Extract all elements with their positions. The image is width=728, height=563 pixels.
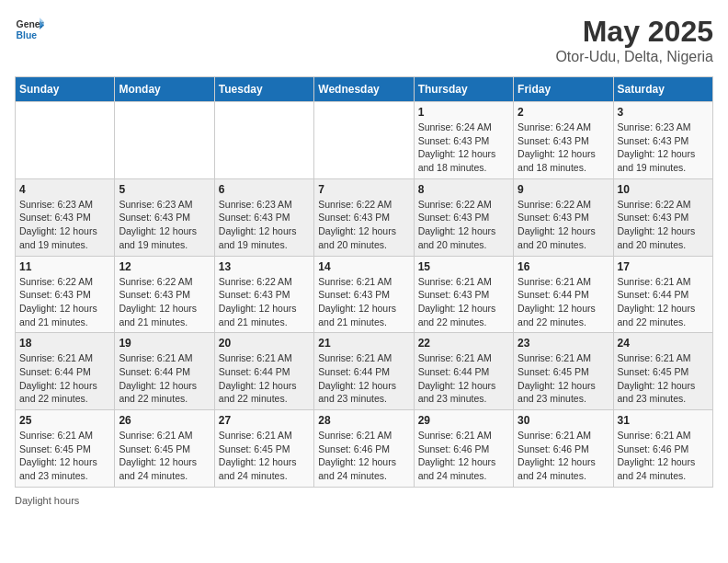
day-info: Sunrise: 6:22 AM Sunset: 6:43 PM Dayligh… bbox=[518, 198, 609, 252]
day-number: 22 bbox=[418, 337, 509, 350]
day-number: 24 bbox=[618, 337, 709, 350]
calendar-day: 12Sunrise: 6:22 AM Sunset: 6:43 PM Dayli… bbox=[115, 256, 214, 333]
calendar-day: 14Sunrise: 6:21 AM Sunset: 6:43 PM Dayli… bbox=[314, 256, 414, 333]
calendar-day: 31Sunrise: 6:21 AM Sunset: 6:46 PM Dayli… bbox=[613, 410, 712, 488]
calendar-day: 17Sunrise: 6:21 AM Sunset: 6:44 PM Dayli… bbox=[613, 256, 712, 333]
calendar-day: 29Sunrise: 6:21 AM Sunset: 6:46 PM Dayli… bbox=[414, 410, 513, 488]
calendar-day: 4Sunrise: 6:23 AM Sunset: 6:43 PM Daylig… bbox=[16, 178, 115, 256]
day-number: 11 bbox=[19, 260, 110, 273]
day-number: 16 bbox=[518, 260, 609, 273]
day-number: 29 bbox=[418, 414, 509, 427]
day-info: Sunrise: 6:22 AM Sunset: 6:43 PM Dayligh… bbox=[19, 275, 110, 329]
day-number: 19 bbox=[119, 337, 210, 350]
calendar-day: 25Sunrise: 6:21 AM Sunset: 6:45 PM Dayli… bbox=[16, 410, 115, 488]
day-number: 14 bbox=[318, 260, 409, 273]
weekday-header: Sunday bbox=[16, 77, 115, 102]
calendar-week: 1Sunrise: 6:24 AM Sunset: 6:43 PM Daylig… bbox=[16, 102, 713, 179]
calendar-day: 6Sunrise: 6:23 AM Sunset: 6:43 PM Daylig… bbox=[214, 178, 313, 256]
day-number: 8 bbox=[418, 183, 509, 196]
day-number: 10 bbox=[618, 183, 709, 196]
day-number: 15 bbox=[418, 260, 509, 273]
calendar-day: 13Sunrise: 6:22 AM Sunset: 6:43 PM Dayli… bbox=[214, 256, 313, 333]
day-info: Sunrise: 6:21 AM Sunset: 6:46 PM Dayligh… bbox=[418, 429, 509, 483]
day-info: Sunrise: 6:21 AM Sunset: 6:44 PM Dayligh… bbox=[618, 275, 709, 329]
daylight-label: Daylight hours bbox=[15, 495, 79, 506]
calendar-week: 4Sunrise: 6:23 AM Sunset: 6:43 PM Daylig… bbox=[16, 178, 713, 256]
logo-icon: General Blue bbox=[15, 15, 44, 44]
day-info: Sunrise: 6:21 AM Sunset: 6:43 PM Dayligh… bbox=[318, 275, 409, 329]
day-number: 17 bbox=[618, 260, 709, 273]
day-info: Sunrise: 6:21 AM Sunset: 6:45 PM Dayligh… bbox=[119, 429, 210, 483]
day-info: Sunrise: 6:21 AM Sunset: 6:43 PM Dayligh… bbox=[418, 275, 509, 329]
day-info: Sunrise: 6:22 AM Sunset: 6:43 PM Dayligh… bbox=[219, 275, 310, 329]
day-info: Sunrise: 6:23 AM Sunset: 6:43 PM Dayligh… bbox=[219, 198, 310, 252]
day-info: Sunrise: 6:22 AM Sunset: 6:43 PM Dayligh… bbox=[119, 275, 210, 329]
calendar-table: SundayMondayTuesdayWednesdayThursdayFrid… bbox=[15, 76, 713, 488]
title-block: May 2025 Otor-Udu, Delta, Nigeria bbox=[555, 15, 713, 65]
weekday-header: Monday bbox=[115, 77, 214, 102]
calendar-week: 25Sunrise: 6:21 AM Sunset: 6:45 PM Dayli… bbox=[16, 410, 713, 488]
page-title: May 2025 bbox=[555, 15, 713, 49]
footer: Daylight hours bbox=[15, 495, 713, 506]
day-info: Sunrise: 6:21 AM Sunset: 6:46 PM Dayligh… bbox=[318, 429, 409, 483]
day-number: 6 bbox=[219, 183, 310, 196]
calendar-day: 20Sunrise: 6:21 AM Sunset: 6:44 PM Dayli… bbox=[214, 333, 313, 410]
day-info: Sunrise: 6:21 AM Sunset: 6:44 PM Dayligh… bbox=[518, 275, 609, 329]
calendar-day: 3Sunrise: 6:23 AM Sunset: 6:43 PM Daylig… bbox=[613, 102, 712, 179]
svg-text:Blue: Blue bbox=[17, 30, 38, 40]
day-info: Sunrise: 6:21 AM Sunset: 6:44 PM Dayligh… bbox=[19, 351, 110, 406]
day-number: 1 bbox=[418, 106, 509, 119]
calendar-day: 19Sunrise: 6:21 AM Sunset: 6:44 PM Dayli… bbox=[115, 333, 214, 410]
calendar-day: 23Sunrise: 6:21 AM Sunset: 6:45 PM Dayli… bbox=[514, 333, 613, 410]
calendar-day bbox=[314, 102, 414, 179]
day-number: 4 bbox=[19, 183, 110, 196]
day-info: Sunrise: 6:21 AM Sunset: 6:45 PM Dayligh… bbox=[219, 429, 310, 483]
day-info: Sunrise: 6:21 AM Sunset: 6:45 PM Dayligh… bbox=[518, 351, 609, 406]
day-info: Sunrise: 6:21 AM Sunset: 6:46 PM Dayligh… bbox=[618, 429, 709, 483]
day-number: 30 bbox=[518, 414, 609, 427]
day-number: 2 bbox=[518, 106, 609, 119]
day-number: 28 bbox=[318, 414, 409, 427]
day-info: Sunrise: 6:23 AM Sunset: 6:43 PM Dayligh… bbox=[618, 121, 709, 175]
day-number: 21 bbox=[318, 337, 409, 350]
day-number: 23 bbox=[518, 337, 609, 350]
calendar-day: 28Sunrise: 6:21 AM Sunset: 6:46 PM Dayli… bbox=[314, 410, 414, 488]
weekday-header: Tuesday bbox=[214, 77, 313, 102]
day-info: Sunrise: 6:21 AM Sunset: 6:45 PM Dayligh… bbox=[618, 351, 709, 406]
calendar-day bbox=[16, 102, 115, 179]
day-number: 5 bbox=[119, 183, 210, 196]
calendar-day: 8Sunrise: 6:22 AM Sunset: 6:43 PM Daylig… bbox=[414, 178, 513, 256]
day-number: 3 bbox=[618, 106, 709, 119]
day-info: Sunrise: 6:23 AM Sunset: 6:43 PM Dayligh… bbox=[19, 198, 110, 252]
day-info: Sunrise: 6:22 AM Sunset: 6:43 PM Dayligh… bbox=[418, 198, 509, 252]
calendar-day: 2Sunrise: 6:24 AM Sunset: 6:43 PM Daylig… bbox=[514, 102, 613, 179]
day-number: 12 bbox=[119, 260, 210, 273]
logo: General Blue bbox=[15, 15, 44, 44]
calendar-day: 24Sunrise: 6:21 AM Sunset: 6:45 PM Dayli… bbox=[613, 333, 712, 410]
day-info: Sunrise: 6:21 AM Sunset: 6:44 PM Dayligh… bbox=[219, 351, 310, 406]
calendar-day: 26Sunrise: 6:21 AM Sunset: 6:45 PM Dayli… bbox=[115, 410, 214, 488]
weekday-header: Wednesday bbox=[314, 77, 414, 102]
day-info: Sunrise: 6:21 AM Sunset: 6:44 PM Dayligh… bbox=[119, 351, 210, 406]
weekday-header: Friday bbox=[514, 77, 613, 102]
day-info: Sunrise: 6:22 AM Sunset: 6:43 PM Dayligh… bbox=[618, 198, 709, 252]
calendar-day: 10Sunrise: 6:22 AM Sunset: 6:43 PM Dayli… bbox=[613, 178, 712, 256]
day-info: Sunrise: 6:23 AM Sunset: 6:43 PM Dayligh… bbox=[119, 198, 210, 252]
day-info: Sunrise: 6:21 AM Sunset: 6:46 PM Dayligh… bbox=[518, 429, 609, 483]
weekday-header: Saturday bbox=[613, 77, 712, 102]
weekday-header: Thursday bbox=[414, 77, 513, 102]
day-number: 18 bbox=[19, 337, 110, 350]
calendar-day: 1Sunrise: 6:24 AM Sunset: 6:43 PM Daylig… bbox=[414, 102, 513, 179]
calendar-day: 21Sunrise: 6:21 AM Sunset: 6:44 PM Dayli… bbox=[314, 333, 414, 410]
day-number: 25 bbox=[19, 414, 110, 427]
calendar-day: 9Sunrise: 6:22 AM Sunset: 6:43 PM Daylig… bbox=[514, 178, 613, 256]
page-header: General Blue May 2025 Otor-Udu, Delta, N… bbox=[15, 15, 713, 65]
day-info: Sunrise: 6:24 AM Sunset: 6:43 PM Dayligh… bbox=[418, 121, 509, 175]
day-info: Sunrise: 6:24 AM Sunset: 6:43 PM Dayligh… bbox=[518, 121, 609, 175]
page-subtitle: Otor-Udu, Delta, Nigeria bbox=[555, 49, 713, 65]
calendar-day: 16Sunrise: 6:21 AM Sunset: 6:44 PM Dayli… bbox=[514, 256, 613, 333]
day-info: Sunrise: 6:21 AM Sunset: 6:44 PM Dayligh… bbox=[418, 351, 509, 406]
calendar-day bbox=[115, 102, 214, 179]
day-number: 31 bbox=[618, 414, 709, 427]
day-number: 13 bbox=[219, 260, 310, 273]
